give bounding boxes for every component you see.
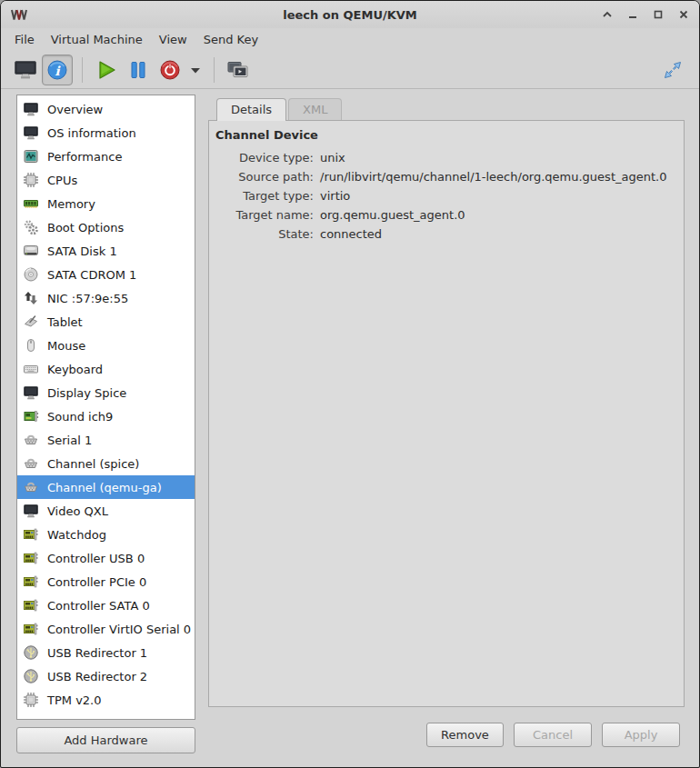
serial-icon [23, 432, 39, 448]
hw-item-label: Mouse [47, 339, 85, 353]
hw-item-display-spice[interactable]: Display Spice [17, 381, 195, 404]
show-details-button[interactable]: i [42, 55, 73, 85]
hw-item-overview[interactable]: Overview [17, 97, 195, 121]
hw-item-cpus[interactable]: CPUs [17, 168, 195, 192]
serial-icon [23, 479, 39, 495]
hw-item-tablet[interactable]: Tablet [17, 310, 195, 334]
monitor-icon [23, 125, 39, 141]
panel-heading: Channel Device [215, 128, 684, 142]
hw-item-label: Channel (spice) [47, 457, 139, 471]
field-target-type: Target type:virtio [215, 186, 684, 205]
hw-item-controller-pcie-0[interactable]: Controller PCIe 0 [17, 570, 195, 593]
titlebar: leech on QEMU/KVM [1, 1, 699, 28]
cancel-button: Cancel [514, 723, 592, 747]
usb-icon [23, 668, 39, 684]
field-value: unix [320, 148, 345, 167]
shutdown-dropdown[interactable] [186, 55, 205, 85]
monitor-icon [13, 58, 38, 82]
hw-item-keyboard[interactable]: Keyboard [17, 357, 195, 381]
hw-item-controller-virtio-serial-0[interactable]: Controller VirtIO Serial 0 [17, 617, 195, 641]
remove-button[interactable]: Remove [426, 723, 504, 747]
power-icon [158, 58, 182, 82]
field-label: Device type: [215, 148, 314, 167]
pcicard-icon [23, 621, 39, 637]
hw-item-serial-1[interactable]: Serial 1 [17, 428, 195, 452]
hw-item-label: NIC :57:9e:55 [47, 292, 128, 305]
run-button[interactable] [91, 55, 122, 85]
keyboard-icon [23, 361, 39, 377]
dual-monitor-icon [225, 58, 251, 82]
menubar: FileVirtual MachineViewSend Key [1, 28, 699, 51]
hw-item-video-qxl[interactable]: Video QXL [17, 499, 195, 523]
hw-item-label: Display Spice [47, 386, 126, 400]
hw-item-usb-redirector-1[interactable]: USB Redirector 1 [17, 641, 195, 664]
add-hardware-button[interactable]: Add Hardware [16, 727, 195, 753]
hw-item-label: SATA Disk 1 [47, 244, 117, 258]
menu-send-key[interactable]: Send Key [195, 30, 266, 49]
hw-item-nic-57-9e-55[interactable]: NIC :57:9e:55 [17, 286, 195, 310]
tab-xml[interactable]: XML [288, 98, 342, 121]
field-value: org.qemu.guest_agent.0 [320, 205, 465, 224]
hw-item-sata-disk-1[interactable]: SATA Disk 1 [17, 239, 195, 263]
field-label: Target name: [215, 205, 314, 224]
window-title: leech on QEMU/KVM [1, 8, 699, 22]
performance-icon [23, 148, 39, 165]
hw-item-controller-sata-0[interactable]: Controller SATA 0 [17, 593, 195, 617]
field-label: State: [215, 224, 314, 244]
hw-item-mouse[interactable]: Mouse [17, 334, 195, 357]
chip-icon [23, 172, 39, 188]
gears-icon [23, 219, 39, 235]
menu-file[interactable]: File [6, 30, 43, 49]
hardware-list[interactable]: OverviewOS informationPerformanceCPUsMem… [16, 95, 195, 720]
hw-item-usb-redirector-2[interactable]: USB Redirector 2 [17, 664, 195, 688]
hw-item-sata-cdrom-1[interactable]: SATA CDROM 1 [17, 263, 195, 286]
monitor-icon [23, 503, 39, 519]
hw-item-label: Controller USB 0 [47, 552, 145, 565]
field-source-path: Source path:/run/libvirt/qemu/channel/1-… [215, 167, 684, 186]
hw-item-label: Controller PCIe 0 [47, 575, 146, 589]
hw-item-watchdog[interactable]: Watchdog [17, 523, 195, 546]
console-window-button[interactable] [223, 55, 254, 85]
field-label: Source path: [215, 167, 314, 186]
play-icon [95, 58, 118, 82]
hw-item-controller-usb-0[interactable]: Controller USB 0 [17, 546, 195, 570]
cdrom-icon [23, 266, 39, 283]
hw-item-os-information[interactable]: OS information [17, 121, 195, 145]
hw-item-sound-ich9[interactable]: Sound ich9 [17, 404, 195, 428]
field-label: Target type: [215, 186, 314, 205]
fullscreen-button[interactable] [657, 55, 688, 85]
pcicard-icon [23, 550, 39, 566]
mouse-icon [23, 337, 39, 354]
hw-item-label: Memory [47, 197, 95, 211]
hw-item-channel-qemu-ga[interactable]: Channel (qemu-ga) [17, 475, 195, 499]
hw-item-performance[interactable]: Performance [17, 145, 195, 168]
app-logo-icon [10, 8, 30, 22]
field-device-type: Device type:unix [215, 148, 684, 167]
hw-item-tpm-v2-0[interactable]: TPM v2.0 [17, 688, 195, 712]
field-value: connected [320, 224, 382, 244]
show-console-button[interactable] [10, 55, 41, 85]
close-button[interactable] [677, 8, 690, 21]
window-controls [601, 1, 690, 28]
hw-item-label: USB Redirector 2 [47, 670, 147, 683]
field-value: /run/libvirt/qemu/channel/1-leech/org.qe… [320, 167, 666, 186]
field-target-name: Target name:org.qemu.guest_agent.0 [215, 205, 684, 224]
shade-button[interactable] [601, 8, 614, 21]
hw-item-memory[interactable]: Memory [17, 192, 195, 215]
hw-item-label: Serial 1 [47, 434, 92, 447]
hw-item-boot-options[interactable]: Boot Options [17, 215, 195, 239]
shutdown-button[interactable] [155, 55, 185, 85]
tab-details[interactable]: Details [216, 98, 286, 121]
pause-button[interactable] [123, 55, 154, 85]
field-state: State:connected [215, 224, 684, 244]
hw-item-label: Boot Options [47, 221, 124, 234]
hw-item-channel-spice[interactable]: Channel (spice) [17, 452, 195, 475]
field-value: virtio [320, 186, 350, 205]
maximize-button[interactable] [652, 8, 665, 21]
menu-view[interactable]: View [151, 30, 195, 49]
serial-icon [23, 455, 39, 472]
minimize-button[interactable] [626, 8, 639, 21]
memory-icon [23, 195, 39, 212]
menu-virtual-machine[interactable]: Virtual Machine [43, 30, 151, 49]
hw-item-label: Channel (qemu-ga) [47, 481, 162, 494]
